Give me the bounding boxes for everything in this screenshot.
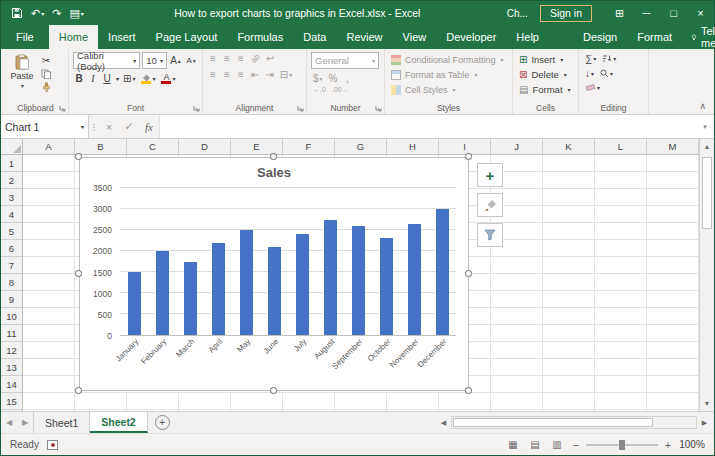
alignment-dialog-launcher[interactable]: [297, 105, 304, 112]
scroll-down-icon[interactable]: ▼: [700, 396, 714, 411]
maximize-button[interactable]: □: [660, 1, 687, 25]
format-as-table-button[interactable]: Format as Table▾: [389, 67, 508, 82]
vertical-scrollbar[interactable]: ▲ ▼: [699, 139, 714, 411]
zoom-slider[interactable]: [586, 444, 658, 446]
page-break-view-button[interactable]: ▥: [546, 434, 568, 456]
sheet-nav-right-icon[interactable]: ▶: [17, 412, 33, 433]
customize-qat-button[interactable]: ▤▾: [65, 1, 87, 25]
redo-button[interactable]: ↷: [48, 1, 65, 25]
format-painter-button[interactable]: [39, 81, 53, 93]
merge-center-button[interactable]: ⊟▾: [278, 68, 294, 81]
column-header-a[interactable]: A: [23, 139, 75, 154]
chart-bar-august[interactable]: [324, 220, 337, 336]
row-header-6[interactable]: 6: [1, 240, 22, 257]
ribbon-tab-page-layout[interactable]: Page Layout: [146, 25, 228, 49]
align-middle-button[interactable]: ≡: [221, 52, 233, 65]
sort-filter-button[interactable]: ▾: [600, 53, 618, 64]
fill-color-button[interactable]: ▾: [139, 73, 157, 85]
row-header-12[interactable]: 12: [1, 342, 22, 359]
zoom-slider-thumb[interactable]: [619, 440, 625, 450]
ribbon-tab-help[interactable]: Help: [506, 25, 549, 49]
number-format-select[interactable]: General▾: [311, 52, 379, 69]
increase-indent-button[interactable]: ⇥: [263, 68, 275, 81]
percent-style-button[interactable]: %: [327, 72, 340, 85]
ribbon-tab-home[interactable]: Home: [49, 25, 98, 49]
chart-bar-november[interactable]: [408, 224, 421, 335]
paste-button[interactable]: Paste ▾: [7, 52, 37, 89]
chart-selection-handle[interactable]: [465, 270, 472, 277]
ribbon-tab-view[interactable]: View: [393, 25, 437, 49]
align-top-button[interactable]: ≡: [207, 52, 219, 65]
ribbon-tab-file[interactable]: File: [1, 25, 49, 49]
vertical-scroll-thumb[interactable]: [702, 157, 712, 229]
ribbon-tab-review[interactable]: Review: [336, 25, 392, 49]
font-dialog-launcher[interactable]: [193, 105, 200, 112]
page-layout-view-button[interactable]: ▤: [524, 434, 546, 456]
ribbon-tab-formulas[interactable]: Formulas: [227, 25, 293, 49]
chart-area[interactable]: Sales 0500100015002000250030003500 Janua…: [79, 157, 469, 391]
row-header-7[interactable]: 7: [1, 257, 22, 274]
accounting-format-button[interactable]: $▾: [311, 72, 325, 85]
chart-bar-may[interactable]: [240, 230, 253, 335]
column-header-d[interactable]: D: [179, 139, 231, 154]
font-size-select[interactable]: 10▾: [142, 52, 167, 69]
wrap-text-button[interactable]: ↩: [264, 52, 276, 65]
sheet-tab-sheet1[interactable]: Sheet1: [33, 412, 90, 433]
row-header-5[interactable]: 5: [1, 223, 22, 240]
chart-selection-handle[interactable]: [270, 387, 277, 394]
column-header-g[interactable]: G: [335, 139, 387, 154]
row-header-9[interactable]: 9: [1, 291, 22, 308]
row-header-1[interactable]: 1: [1, 155, 22, 172]
column-header-b[interactable]: B: [75, 139, 127, 154]
column-header-l[interactable]: L: [595, 139, 647, 154]
chart-bar-december[interactable]: [436, 209, 449, 335]
chart-styles-button[interactable]: [477, 193, 503, 217]
chart-bar-june[interactable]: [268, 247, 281, 335]
chart-bar-september[interactable]: [352, 226, 365, 335]
close-button[interactable]: ×: [687, 1, 714, 25]
scroll-right-icon[interactable]: ▶: [697, 419, 712, 427]
row-header-4[interactable]: 4: [1, 206, 22, 223]
copy-button[interactable]: [39, 68, 53, 80]
enter-button[interactable]: ✓: [119, 115, 139, 138]
chart-bar-february[interactable]: [156, 251, 169, 335]
horizontal-scrollbar[interactable]: ◀ ▶: [436, 412, 714, 433]
autosum-button[interactable]: ∑▾: [583, 52, 598, 65]
zoom-out-button[interactable]: −: [568, 439, 584, 451]
column-header-e[interactable]: E: [231, 139, 283, 154]
align-bottom-button[interactable]: ≡: [235, 52, 247, 65]
conditional-formatting-button[interactable]: Conditional Formatting▾: [389, 52, 508, 67]
align-right-button[interactable]: ≡: [235, 68, 247, 81]
increase-decimal-button[interactable]: ←.0: [311, 85, 328, 94]
number-dialog-launcher[interactable]: [375, 105, 382, 112]
normal-view-button[interactable]: ▦: [502, 434, 524, 456]
chart-selection-handle[interactable]: [465, 387, 472, 394]
chart-object[interactable]: Sales 0500100015002000250030003500 Janua…: [79, 157, 469, 391]
chart-y-axis[interactable]: 0500100015002000250030003500: [80, 188, 116, 336]
minimize-button[interactable]: ─: [633, 1, 660, 25]
formula-bar-expand-button[interactable]: ▾: [696, 115, 714, 138]
chart-selection-handle[interactable]: [75, 153, 82, 160]
formula-input[interactable]: [159, 115, 696, 138]
bold-button[interactable]: B: [73, 72, 85, 85]
sign-in-button[interactable]: Sign in: [540, 5, 592, 22]
borders-button[interactable]: ⊞▾: [121, 72, 137, 85]
cut-button[interactable]: ✂: [39, 54, 53, 67]
cell-grid[interactable]: Sales 0500100015002000250030003500 Janua…: [23, 155, 699, 411]
select-all-corner[interactable]: [1, 139, 23, 155]
ribbon-tab-design[interactable]: Design: [573, 25, 627, 49]
align-left-button[interactable]: ≡: [207, 68, 219, 81]
row-header-8[interactable]: 8: [1, 274, 22, 291]
orientation-button[interactable]: ab: [247, 50, 264, 67]
comma-style-button[interactable]: ,: [341, 72, 353, 85]
row-header-15[interactable]: 15: [1, 393, 22, 410]
chart-selection-handle[interactable]: [75, 270, 82, 277]
chart-filters-button[interactable]: [477, 223, 503, 247]
column-header-k[interactable]: K: [543, 139, 595, 154]
macro-record-icon[interactable]: [47, 440, 58, 450]
find-select-button[interactable]: ▾: [598, 68, 615, 79]
ribbon-display-options-button[interactable]: ⊞: [606, 1, 633, 25]
fill-button[interactable]: ↓▾: [583, 67, 596, 80]
ribbon-tab-format[interactable]: Format: [627, 25, 682, 49]
ribbon-tab-data[interactable]: Data: [293, 25, 336, 49]
